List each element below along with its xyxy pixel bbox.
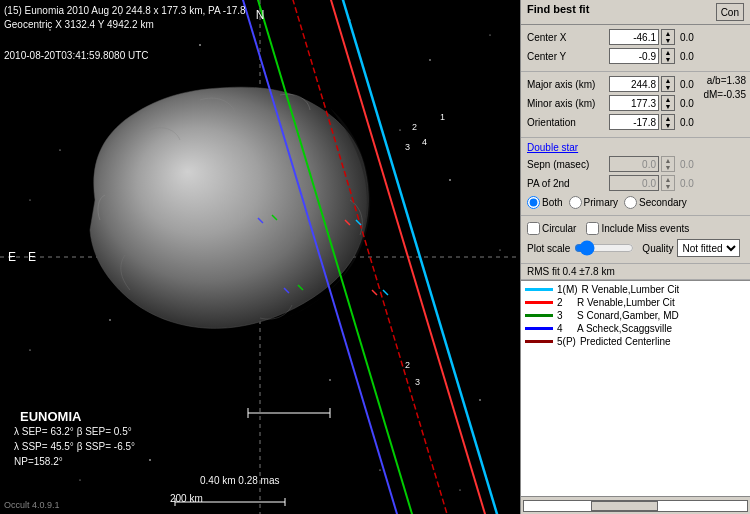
radio-primary[interactable] [569, 196, 582, 209]
major-axis-input[interactable] [609, 76, 659, 92]
center-y-up[interactable]: ▲ [662, 49, 674, 56]
svg-text:4: 4 [422, 137, 427, 147]
options-section: Circular Include Miss events Plot scale … [521, 216, 750, 264]
datetime-label: 2010-08-20T03:41:59.8080 UTC [4, 50, 149, 61]
orientation-input[interactable] [609, 114, 659, 130]
center-x-input[interactable] [609, 29, 659, 45]
svg-point-20 [329, 379, 330, 380]
center-y-fixed: 0.0 [677, 51, 707, 62]
circular-item[interactable]: Circular [527, 222, 576, 235]
double-star-row: Double star [527, 142, 744, 153]
miss-item[interactable]: Include Miss events [586, 222, 689, 235]
svg-text:2: 2 [405, 360, 410, 370]
sepn-label: Sepn (masec) [527, 159, 607, 170]
major-axis-spinner[interactable]: ▲ ▼ [661, 76, 675, 92]
chord-label: Predicted Centerline [580, 336, 671, 347]
center-x-section: Center X ▲ ▼ 0.0 Center Y ▲ ▼ 0.0 [521, 25, 750, 72]
svg-point-7 [59, 149, 60, 150]
chord-color-swatch [525, 301, 553, 304]
pa-input[interactable] [609, 175, 659, 191]
chord-number: 2 [557, 297, 573, 308]
radio-both[interactable] [527, 196, 540, 209]
minor-axis-input[interactable] [609, 95, 659, 111]
radio-secondary-item[interactable]: Secondary [624, 196, 687, 209]
miss-checkbox[interactable] [586, 222, 599, 235]
asteroid-params: λ SEP= 63.2° β SEP= 0.5° λ SSP= 45.5° β … [14, 424, 135, 469]
left-panel: 2 3 4 1 2 3 (15) Eunomia 2010 Aug 20 244… [0, 0, 520, 514]
center-y-spinner[interactable]: ▲ ▼ [661, 48, 675, 64]
orientation-fixed: 0.0 [677, 117, 707, 128]
rms-text: RMS fit 0.4 ±7.8 km [527, 266, 615, 277]
orientation-label: Orientation [527, 117, 607, 128]
quality-select[interactable]: Not fitted [677, 239, 740, 257]
minor-axis-spinner[interactable]: ▲ ▼ [661, 95, 675, 111]
pa-spinner: ▲ ▼ [661, 175, 675, 191]
center-y-input[interactable] [609, 48, 659, 64]
main-container: 2 3 4 1 2 3 (15) Eunomia 2010 Aug 20 244… [0, 0, 750, 514]
orientation-down[interactable]: ▼ [662, 122, 674, 129]
chord-label: R Venable,Lumber Cit [582, 284, 680, 295]
svg-point-16 [30, 200, 31, 201]
param2: λ SSP= 45.5° β SSP= -6.5° [14, 439, 135, 454]
radio-secondary[interactable] [624, 196, 637, 209]
minor-axis-down[interactable]: ▼ [662, 103, 674, 110]
radio-both-item[interactable]: Both [527, 196, 563, 209]
center-x-down[interactable]: ▼ [662, 37, 674, 44]
double-star-section: Double star Sepn (masec) ▲ ▼ 0.0 PA of 2… [521, 138, 750, 216]
center-x-fixed: 0.0 [677, 32, 707, 43]
east-label1: E [8, 250, 16, 264]
major-axis-up[interactable]: ▲ [662, 77, 674, 84]
bottom-scrollbar[interactable] [521, 496, 750, 514]
chord-item: 5(P)Predicted Centerline [523, 335, 748, 348]
svg-text:2: 2 [412, 122, 417, 132]
major-axis-label: Major axis (km) [527, 79, 607, 90]
pa-up: ▲ [662, 176, 674, 183]
chord-number: 5(P) [557, 336, 576, 347]
svg-point-12 [80, 480, 81, 481]
center-x-up[interactable]: ▲ [662, 30, 674, 37]
sepn-input[interactable] [609, 156, 659, 172]
quality-label: Quality [642, 243, 673, 254]
sepn-spinner: ▲ ▼ [661, 156, 675, 172]
svg-point-9 [500, 250, 501, 251]
ab-ratio1: a/b=1.38 [703, 74, 746, 88]
scale-bar: 0.40 km 0.28 mas [200, 475, 279, 486]
con-button[interactable]: Con [716, 3, 744, 21]
pa-fixed: 0.0 [677, 178, 707, 189]
scrollbar-track[interactable] [523, 500, 748, 512]
orientation-spinner[interactable]: ▲ ▼ [661, 114, 675, 130]
minor-axis-up[interactable]: ▲ [662, 96, 674, 103]
right-panel: Find best fit Con Center X ▲ ▼ 0.0 Cente… [520, 0, 750, 514]
radio-secondary-label: Secondary [639, 197, 687, 208]
title-line1: (15) Eunomia 2010 Aug 20 244.8 x 177.3 k… [4, 4, 246, 18]
chord-number: 1(M) [557, 284, 578, 295]
title-line2: Geocentric X 3132.4 Y 4942.2 km [4, 18, 246, 32]
pa-down: ▼ [662, 183, 674, 190]
center-y-down[interactable]: ▼ [662, 56, 674, 63]
double-star-link[interactable]: Double star [527, 142, 578, 153]
circular-checkbox[interactable] [527, 222, 540, 235]
svg-point-15 [109, 319, 110, 320]
chord-item: 1(M)R Venable,Lumber Cit [523, 283, 748, 296]
datetime-info: 2010-08-20T03:41:59.8080 UTC [4, 50, 149, 61]
scrollbar-thumb[interactable] [591, 501, 658, 511]
radio-row: Both Primary Secondary [527, 194, 744, 211]
param3: NP=158.2° [14, 454, 135, 469]
axes-section: Major axis (km) ▲ ▼ 0.0 Minor axis (km) … [521, 72, 750, 138]
plot-scale-slider[interactable] [574, 240, 634, 256]
orientation-row: Orientation ▲ ▼ 0.0 [527, 114, 744, 130]
major-axis-down[interactable]: ▼ [662, 84, 674, 91]
center-x-spinner[interactable]: ▲ ▼ [661, 29, 675, 45]
chord-color-swatch [525, 314, 553, 317]
pa-row: PA of 2nd ▲ ▼ 0.0 [527, 175, 744, 191]
orientation-up[interactable]: ▲ [662, 115, 674, 122]
svg-text:1: 1 [440, 112, 445, 122]
sepn-fixed: 0.0 [677, 159, 707, 170]
radio-primary-item[interactable]: Primary [569, 196, 618, 209]
chord-label: A Scheck,Scaggsville [577, 323, 672, 334]
chord-color-swatch [525, 327, 553, 330]
radio-primary-label: Primary [584, 197, 618, 208]
minor-axis-label: Minor axis (km) [527, 98, 607, 109]
chord-item: 4A Scheck,Scaggsville [523, 322, 748, 335]
svg-text:3: 3 [405, 142, 410, 152]
